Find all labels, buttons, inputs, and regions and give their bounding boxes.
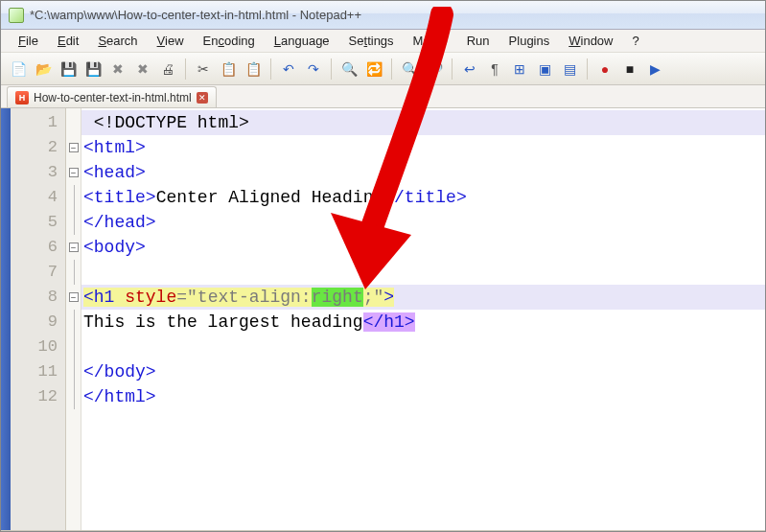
- file-type-icon: H: [15, 91, 29, 104]
- left-margin-strip: [1, 108, 11, 531]
- line-number: 12: [11, 384, 65, 409]
- fold-cell: [66, 260, 81, 285]
- save-icon[interactable]: 💾: [57, 58, 80, 81]
- fold-cell: −: [66, 285, 81, 310]
- menubar: File Edit Search View Encoding Language …: [1, 30, 765, 53]
- show-symbols-icon[interactable]: ¶: [483, 58, 506, 81]
- code-line[interactable]: <title>Center Aligned Heading</title>: [81, 185, 765, 210]
- fold-all-icon[interactable]: ▣: [533, 58, 556, 81]
- find-icon[interactable]: 🔍: [337, 58, 360, 81]
- code-line[interactable]: </html>: [81, 384, 765, 409]
- code-line[interactable]: </body>: [81, 359, 765, 384]
- fold-toggle-icon[interactable]: −: [69, 143, 79, 152]
- tab-filename: How-to-center-text-in-html.html: [34, 91, 192, 104]
- file-tab[interactable]: H How-to-center-text-in-html.html ✕: [7, 86, 217, 107]
- zoom-in-icon[interactable]: 🔍: [398, 58, 421, 81]
- code-token: </h1>: [363, 312, 415, 332]
- fold-toggle-icon[interactable]: −: [69, 168, 79, 177]
- close-all-icon[interactable]: ✖: [131, 58, 154, 81]
- close-tab-icon[interactable]: ✕: [197, 92, 208, 104]
- fold-guide: [74, 260, 75, 285]
- code-token: <body>: [83, 238, 146, 257]
- close-file-icon[interactable]: ✖: [106, 58, 129, 81]
- code-token: =": [176, 288, 197, 307]
- editor-area: 123456789101112 −−−− <!DOCTYPE html><htm…: [1, 108, 765, 531]
- line-number-gutter: 123456789101112: [11, 108, 66, 531]
- code-line[interactable]: <!DOCTYPE html>: [81, 110, 765, 135]
- menu-window[interactable]: Window: [561, 32, 620, 50]
- undo-icon[interactable]: ↶: [277, 58, 300, 81]
- code-line[interactable]: <h1 style="text-align:right;">: [81, 285, 765, 310]
- code-token: style: [125, 288, 176, 307]
- line-number: 10: [11, 335, 65, 359]
- print-icon[interactable]: 🖨: [156, 58, 179, 81]
- indent-guide-icon[interactable]: ⊞: [508, 58, 531, 81]
- code-token: </head>: [83, 213, 156, 232]
- code-line[interactable]: [81, 260, 765, 285]
- save-all-icon[interactable]: 💾: [81, 58, 104, 81]
- line-number: 3: [11, 160, 65, 185]
- menu-settings[interactable]: Settings: [341, 32, 402, 50]
- code-token: >: [383, 288, 394, 307]
- code-line[interactable]: [81, 335, 765, 359]
- play-macro-icon[interactable]: ▶: [643, 58, 666, 81]
- menu-view[interactable]: View: [150, 32, 192, 50]
- code-line[interactable]: <html>: [81, 135, 765, 160]
- menu-plugins[interactable]: Plugins: [501, 32, 558, 50]
- record-macro-icon[interactable]: ●: [593, 58, 616, 81]
- code-line[interactable]: </head>: [81, 210, 765, 235]
- menu-edit[interactable]: Edit: [50, 32, 86, 50]
- code-line[interactable]: This is the largest heading</h1>: [81, 310, 765, 335]
- menu-run[interactable]: Run: [459, 32, 498, 50]
- open-file-icon[interactable]: 📂: [32, 58, 55, 81]
- line-number: 9: [11, 310, 65, 335]
- code-token: Center Aligned Heading: [156, 188, 384, 207]
- fold-guide: [74, 210, 75, 235]
- code-token: ;": [363, 288, 384, 307]
- code-token: </body>: [83, 362, 156, 382]
- cut-icon[interactable]: ✂: [192, 58, 215, 81]
- fold-cell: [66, 310, 81, 335]
- window-titlebar: *C:\wamp\www\How-to-center-text-in-html.…: [1, 1, 765, 30]
- code-editor[interactable]: <!DOCTYPE html><html><head><title>Center…: [81, 108, 765, 531]
- code-line[interactable]: <head>: [81, 160, 765, 185]
- menu-language[interactable]: Language: [267, 32, 337, 50]
- replace-icon[interactable]: 🔁: [362, 58, 385, 81]
- code-token: DOCTYPE html: [114, 113, 239, 132]
- menu-help[interactable]: ?: [624, 32, 646, 50]
- copy-icon[interactable]: 📋: [217, 58, 240, 81]
- fold-cell: −: [66, 160, 81, 185]
- stop-macro-icon[interactable]: ■: [618, 58, 641, 81]
- fold-guide: [74, 384, 75, 409]
- line-number: 5: [11, 210, 65, 235]
- code-token: </html>: [83, 387, 156, 406]
- fold-cell: −: [66, 235, 81, 260]
- fold-guide: [74, 335, 75, 359]
- menu-encoding[interactable]: Encoding: [196, 32, 263, 50]
- new-file-icon[interactable]: 📄: [7, 58, 30, 81]
- code-token: </title>: [383, 188, 466, 207]
- menu-search[interactable]: Search: [90, 32, 145, 50]
- menu-macro[interactable]: Macro: [406, 32, 455, 50]
- fold-cell: [66, 185, 81, 210]
- word-wrap-icon[interactable]: ↩: [458, 58, 481, 81]
- code-token: This is the largest heading: [83, 312, 363, 332]
- zoom-out-icon[interactable]: 🔎: [423, 58, 446, 81]
- toolbar-separator: [452, 58, 453, 80]
- line-number: 11: [11, 359, 65, 384]
- paste-icon[interactable]: 📋: [242, 58, 265, 81]
- line-number: 1: [11, 110, 65, 135]
- code-token: right: [312, 288, 363, 307]
- fold-toggle-icon[interactable]: −: [69, 292, 79, 302]
- fold-toggle-icon[interactable]: −: [69, 243, 79, 252]
- unfold-all-icon[interactable]: ▤: [558, 58, 581, 81]
- toolbar-separator: [331, 58, 332, 80]
- code-line[interactable]: <body>: [81, 235, 765, 260]
- line-number: 7: [11, 260, 65, 285]
- redo-icon[interactable]: ↷: [302, 58, 325, 81]
- toolbar: 📄 📂 💾 💾 ✖ ✖ 🖨 ✂ 📋 📋 ↶ ↷ 🔍 🔁 🔍 🔎 ↩ ¶ ⊞ ▣ …: [1, 53, 765, 85]
- menu-file[interactable]: File: [11, 32, 46, 50]
- fold-column: −−−−: [66, 108, 81, 531]
- line-number: 6: [11, 235, 65, 260]
- fold-cell: −: [66, 135, 81, 160]
